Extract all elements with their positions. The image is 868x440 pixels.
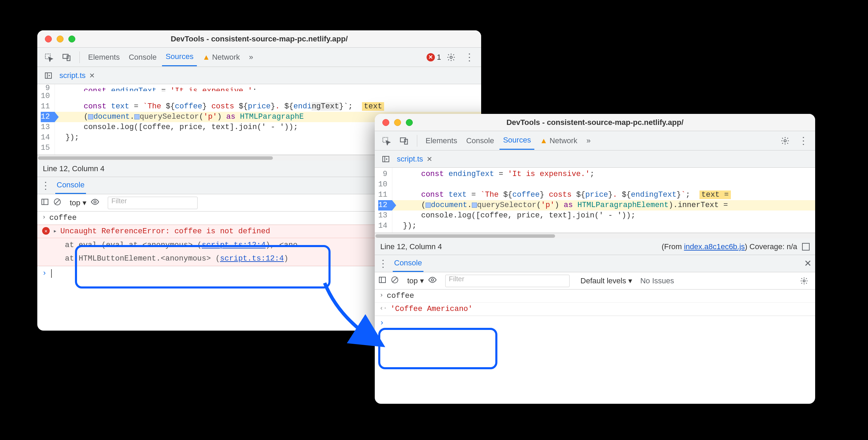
window-title: DevTools - consistent-source-map-pc.netl… bbox=[375, 118, 815, 127]
sourcemap-link[interactable]: index.a8c1ec6b.js bbox=[684, 242, 745, 251]
inspect-icon[interactable] bbox=[41, 50, 57, 65]
file-tab-label: script.ts bbox=[59, 71, 86, 80]
gutter: 91011 121314 bbox=[375, 168, 392, 233]
svg-rect-15 bbox=[383, 156, 389, 162]
stack-link[interactable]: script.ts:12:4 bbox=[202, 241, 266, 250]
titlebar: DevTools - consistent-source-map-pc.netl… bbox=[37, 30, 481, 48]
titlebar: DevTools - consistent-source-map-pc.netl… bbox=[375, 114, 815, 131]
context-selector[interactable]: top ▾ bbox=[70, 198, 86, 207]
device-icon[interactable] bbox=[59, 50, 75, 65]
devtools-toolbar: Elements Console Sources ▲ Network » ⋮ bbox=[375, 131, 815, 150]
filter-input[interactable]: Filter bbox=[445, 275, 570, 287]
warning-icon: ▲ bbox=[540, 136, 547, 145]
tab-network[interactable]: ▲ Network bbox=[199, 50, 243, 65]
console-error-text: Uncaught ReferenceError: coffee is not d… bbox=[60, 227, 270, 236]
pretty-print-icon[interactable] bbox=[802, 243, 810, 251]
live-expr-icon[interactable] bbox=[428, 275, 437, 286]
issues-label[interactable]: No Issues bbox=[640, 276, 674, 285]
code-body: const endingText = 'It is expensive.'; c… bbox=[392, 168, 815, 233]
sidebar-toggle-icon[interactable] bbox=[41, 198, 49, 208]
devtools-toolbar: Elements Console Sources ▲ Network » ✕ 1… bbox=[37, 48, 481, 67]
close-tab-icon[interactable]: ✕ bbox=[427, 155, 432, 163]
tab-network-label: Network bbox=[550, 136, 578, 145]
h-scrollbar[interactable] bbox=[375, 233, 815, 238]
stack-link[interactable]: script.ts:12:4 bbox=[220, 254, 284, 263]
svg-line-9 bbox=[55, 199, 60, 204]
settings-icon[interactable] bbox=[443, 50, 459, 65]
live-expr-icon[interactable] bbox=[90, 197, 99, 208]
svg-rect-4 bbox=[45, 73, 51, 78]
tab-sources[interactable]: Sources bbox=[162, 48, 197, 66]
prompt-chevron-icon: › bbox=[380, 292, 383, 299]
drawer-kebab-icon[interactable]: ⋮ bbox=[378, 258, 388, 269]
console-body: › coffee ‹· 'Coffee Americano' › bbox=[375, 290, 815, 330]
gutter: 9 10 11 12 13 14 15 bbox=[37, 84, 55, 155]
svg-point-21 bbox=[431, 278, 433, 281]
more-tabs-icon[interactable]: » bbox=[246, 50, 257, 65]
sidebar-toggle-icon[interactable] bbox=[378, 276, 387, 286]
close-tab-icon[interactable]: ✕ bbox=[89, 71, 95, 80]
tab-console[interactable]: Console bbox=[463, 134, 498, 148]
console-output-row: ‹· 'Coffee Americano' bbox=[375, 303, 815, 316]
clear-console-icon[interactable] bbox=[391, 276, 399, 286]
console-input-row: › coffee bbox=[375, 290, 815, 303]
tab-network-label: Network bbox=[212, 53, 240, 62]
tab-console[interactable]: Console bbox=[125, 50, 160, 65]
sources-tabstrip: script.ts ✕ bbox=[37, 67, 481, 84]
tab-sources[interactable]: Sources bbox=[499, 131, 534, 150]
more-tabs-icon[interactable]: » bbox=[583, 134, 594, 148]
svg-rect-17 bbox=[379, 277, 385, 283]
error-badge[interactable]: ✕ 1 bbox=[427, 53, 441, 62]
console-prompt[interactable]: › bbox=[375, 316, 815, 330]
device-icon[interactable] bbox=[396, 134, 412, 148]
sources-tabstrip: script.ts ✕ bbox=[375, 150, 815, 168]
drawer-kebab-icon[interactable]: ⋮ bbox=[41, 180, 50, 191]
log-levels-selector[interactable]: Default levels ▾ bbox=[581, 276, 632, 285]
svg-rect-6 bbox=[42, 199, 48, 205]
drawer-close-icon[interactable]: ✕ bbox=[804, 258, 812, 269]
console-output-text: 'Coffee Americano' bbox=[391, 305, 473, 313]
error-count: 1 bbox=[437, 53, 441, 62]
console-input-text: coffee bbox=[387, 292, 414, 300]
output-chevron-icon: ‹· bbox=[380, 305, 387, 312]
svg-point-3 bbox=[450, 56, 452, 58]
drawer-console-tab[interactable]: Console bbox=[55, 177, 86, 194]
inline-value-hint: text bbox=[362, 102, 384, 111]
svg-point-10 bbox=[94, 201, 96, 203]
drawer-console-tab[interactable]: Console bbox=[393, 255, 423, 272]
inline-value-hint: text = bbox=[699, 190, 731, 199]
drawer-header: ⋮ Console ✕ bbox=[375, 255, 815, 272]
console-input-text: coffee bbox=[49, 214, 77, 222]
svg-point-22 bbox=[803, 280, 805, 282]
context-selector[interactable]: top ▾ bbox=[407, 276, 424, 285]
error-icon: ✕ bbox=[427, 53, 435, 61]
prompt-chevron-icon: › bbox=[42, 214, 46, 221]
statusbar: Line 12, Column 4 (From index.a8c1ec6b.j… bbox=[375, 238, 815, 255]
warning-icon: ▲ bbox=[202, 53, 210, 62]
file-tab-label: script.ts bbox=[397, 155, 423, 164]
clear-console-icon[interactable] bbox=[53, 198, 61, 208]
window-title: DevTools - consistent-source-map-pc.netl… bbox=[37, 35, 481, 43]
console-settings-icon[interactable] bbox=[797, 274, 812, 288]
navigator-toggle-icon[interactable] bbox=[378, 152, 393, 166]
cursor-position: Line 12, Column 4 bbox=[43, 164, 105, 173]
tab-elements[interactable]: Elements bbox=[85, 50, 123, 65]
navigator-toggle-icon[interactable] bbox=[41, 69, 56, 82]
console-toolbar: top ▾ Filter Default levels ▾ No Issues bbox=[375, 272, 815, 290]
code-editor[interactable]: 91011 121314 const endingText = 'It is e… bbox=[375, 168, 815, 233]
svg-point-14 bbox=[784, 139, 786, 142]
kebab-icon[interactable]: ⋮ bbox=[795, 132, 812, 149]
tab-elements[interactable]: Elements bbox=[422, 134, 461, 148]
error-icon: ✕ bbox=[42, 227, 50, 235]
tab-network[interactable]: ▲ Network bbox=[536, 134, 581, 148]
filter-input[interactable]: Filter bbox=[108, 197, 198, 209]
cursor-position: Line 12, Column 4 bbox=[380, 242, 442, 251]
kebab-icon[interactable]: ⋮ bbox=[461, 49, 478, 66]
settings-icon[interactable] bbox=[777, 134, 793, 148]
svg-line-20 bbox=[392, 277, 397, 282]
expand-chevron-icon[interactable]: ▸ bbox=[53, 227, 57, 235]
file-tab[interactable]: script.ts ✕ bbox=[56, 71, 98, 80]
inspect-icon[interactable] bbox=[378, 134, 394, 148]
file-tab[interactable]: script.ts ✕ bbox=[393, 155, 436, 164]
